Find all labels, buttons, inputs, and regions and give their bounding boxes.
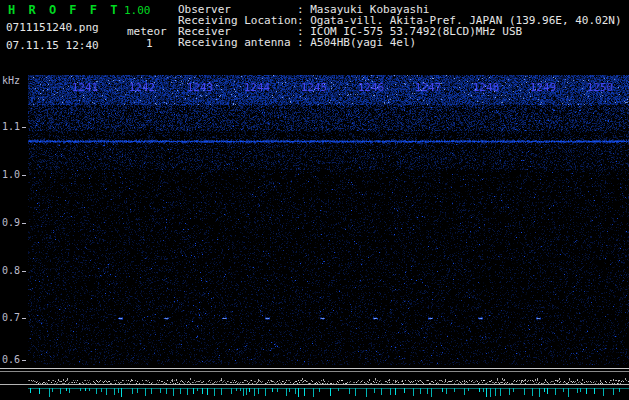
minute-tick-strip — [0, 387, 629, 400]
station-info: Observer: Masayuki KobayashiReceiving Lo… — [178, 4, 622, 48]
info-label: Receiving antenna — [178, 37, 297, 48]
freq-label-1.0: 1.0 — [2, 169, 20, 180]
freq-label-0.8: 0.8 — [2, 265, 20, 276]
spectrogram-canvas — [28, 75, 629, 365]
info-row: Receiving antenna: A504HB(yagi 4el) — [178, 37, 622, 48]
freq-label-0.6: 0.6 — [2, 354, 20, 365]
freq-label-0.9: 0.9 — [2, 217, 20, 228]
meteor-count: 1 — [146, 37, 153, 50]
freq-label-0.7: 0.7 — [2, 312, 20, 323]
freq-label-1.1: 1.1 — [2, 121, 20, 132]
hrofft-screen: H R O F F T 1.00 0711151240.png meteor 1… — [0, 0, 629, 400]
info-value: : A504HB(yagi 4el) — [297, 36, 416, 49]
freq-axis: 1.11.00.90.80.70.6 — [0, 0, 27, 400]
app-version: 1.00 — [124, 4, 151, 17]
signal-level-strip — [0, 368, 629, 385]
